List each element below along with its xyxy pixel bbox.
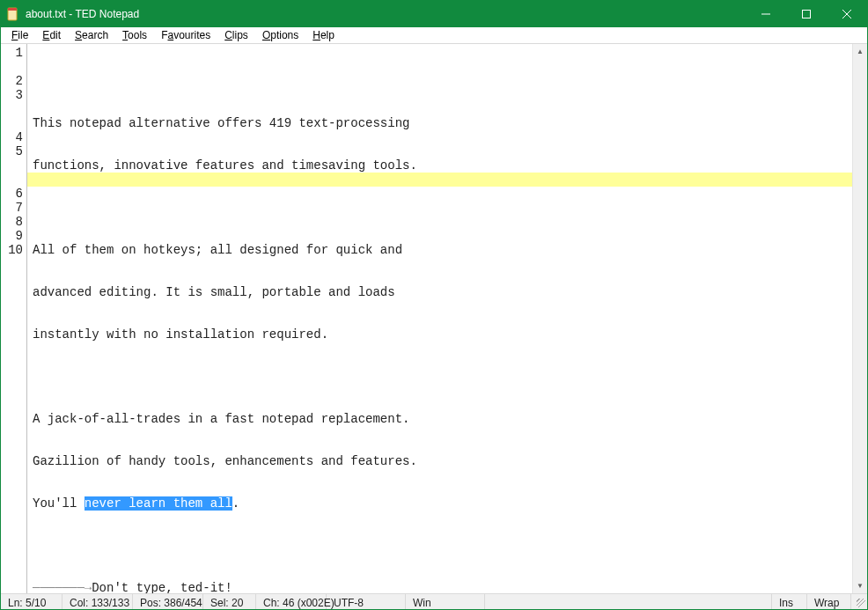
resize-grip[interactable] (851, 594, 867, 609)
menu-favourites[interactable]: Favourites (154, 27, 217, 43)
close-button[interactable] (827, 1, 867, 27)
text-line: advanced editing. It is small, portable … (33, 285, 849, 299)
status-pos[interactable]: Pos: 386/454 (133, 594, 203, 609)
selection: never learn them all (85, 496, 232, 511)
text-line (33, 370, 849, 384)
menu-tools[interactable]: Tools (115, 27, 154, 43)
line-number-blank (1, 158, 26, 173)
svg-rect-1 (8, 8, 17, 11)
status-char[interactable]: Ch: 46 (x002E) (256, 594, 327, 609)
text-line: instantly with no installation required. (33, 327, 849, 342)
status-eol[interactable]: Win (406, 594, 485, 609)
text-span: . (232, 496, 239, 511)
line-number: 3 (1, 88, 26, 102)
status-insert-mode[interactable]: Ins (772, 594, 807, 609)
scroll-up-button[interactable]: ▲ (853, 44, 867, 59)
menu-help[interactable]: Help (305, 27, 342, 43)
text-line: You'll never learn them all. (33, 496, 849, 511)
editor-content: This notepad alternative offers 419 text… (33, 88, 849, 593)
status-sel[interactable]: Sel: 20 (203, 594, 256, 609)
scroll-down-button[interactable]: ▼ (853, 578, 867, 593)
minimize-button[interactable] (746, 1, 786, 27)
line-number-blank (1, 173, 26, 187)
titlebar[interactable]: about.txt - TED Notepad (1, 1, 867, 27)
line-number: 4 (1, 130, 26, 144)
text-span: Don't type, ted-it! (92, 581, 232, 593)
line-number: 6 (1, 187, 26, 201)
status-col[interactable]: Col: 133/133 (63, 594, 133, 609)
menu-edit[interactable]: Edit (35, 27, 68, 43)
menu-search[interactable]: Search (68, 27, 115, 43)
text-span: You'll (33, 496, 85, 511)
status-wrap[interactable]: Wrap (807, 594, 851, 609)
text-line (33, 539, 849, 553)
line-number: 2 (1, 74, 26, 88)
text-line: Gazillion of handy tools, enhancements a… (33, 454, 849, 468)
window-title: about.txt - TED Notepad (26, 8, 139, 20)
line-number: 8 (1, 215, 26, 229)
line-number: 9 (1, 229, 26, 243)
menu-file[interactable]: File (4, 27, 35, 43)
line-number: 5 (1, 144, 26, 158)
text-line: ───────→Don't type, ted-it! (33, 581, 849, 593)
tab-arrow-icon: ───────→ (33, 581, 92, 593)
text-line: All of them on hotkeys; all designed for… (33, 243, 849, 257)
line-number: 7 (1, 201, 26, 215)
status-gap (485, 594, 772, 609)
line-number-blank (1, 102, 26, 116)
text-line: functions, innovative features and times… (33, 158, 849, 173)
menu-options[interactable]: Options (255, 27, 305, 43)
line-number-blank (1, 60, 26, 74)
menu-clips[interactable]: Clips (217, 27, 255, 43)
svg-rect-3 (803, 11, 811, 18)
text-line: This notepad alternative offers 419 text… (33, 116, 849, 130)
text-editor[interactable]: This notepad alternative offers 419 text… (27, 44, 852, 593)
line-number-blank (1, 116, 26, 130)
menubar: File Edit Search Tools Favourites Clips … (1, 27, 867, 44)
status-line[interactable]: Ln: 5/10 (1, 594, 63, 609)
text-line (33, 201, 849, 215)
statusbar: Ln: 5/10 Col: 133/133 Pos: 386/454 Sel: … (1, 593, 867, 609)
text-line: A jack-of-all-trades in a fast notepad r… (33, 412, 849, 426)
vertical-scrollbar[interactable]: ▲ ▼ (852, 44, 867, 593)
line-number: 1 (1, 46, 26, 60)
line-number: 10 (1, 243, 26, 257)
status-encoding[interactable]: UTF-8 (327, 594, 406, 609)
app-window: about.txt - TED Notepad File Edit Search… (0, 0, 868, 610)
editor-area: 1 2 3 4 5 6 7 8 9 10 This notepad altern… (1, 44, 867, 593)
line-number-gutter: 1 2 3 4 5 6 7 8 9 10 (1, 44, 27, 593)
app-icon (6, 7, 20, 21)
maximize-button[interactable] (786, 1, 827, 27)
